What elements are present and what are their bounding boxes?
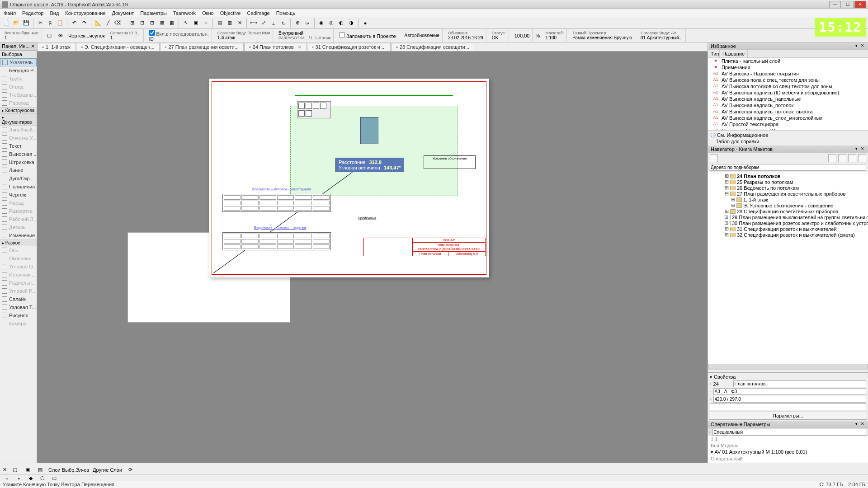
link-icon[interactable]: ⊕ (293, 19, 302, 28)
tool-рабочийл[interactable]: Рабочий Л... (0, 215, 37, 223)
rotate-icon[interactable] (306, 103, 312, 109)
favorite-item[interactable]: A1AV Выносная надпись_слои_многослойных (708, 115, 868, 121)
menu-файл[interactable]: Файл (4, 10, 16, 16)
opparam-item[interactable]: 1:1 (708, 436, 868, 442)
tool-дугаокр[interactable]: Дуга/Окр... (0, 174, 37, 183)
qb-icon-3[interactable]: ▤ (36, 465, 45, 474)
mirror-icon[interactable] (313, 103, 319, 109)
seq-checkbox[interactable] (149, 30, 155, 36)
tool-отметкау[interactable]: Отметка У... (0, 134, 37, 142)
tool-выносная[interactable]: Выносная ... (0, 150, 37, 158)
tool-линия[interactable]: Линия (0, 166, 37, 174)
copy-icon[interactable]: ⎘ (46, 19, 55, 28)
tool-окончани[interactable]: Окончани... (0, 254, 37, 263)
stretch-icon[interactable] (320, 103, 326, 109)
tool-отвод[interactable]: Отвод (0, 83, 37, 91)
favorite-item[interactable]: ■Плитка - напольный слой (708, 58, 868, 64)
tool-указатель[interactable]: Указатель (0, 58, 37, 66)
favorite-item[interactable]: A1AV Выноска потолков со спец текстом дл… (708, 83, 868, 89)
snap3-icon[interactable]: ⊟ (147, 19, 156, 28)
nav-home-icon[interactable] (828, 154, 836, 162)
tool-бегущаяр[interactable]: Бегущая Р... (0, 66, 37, 75)
trace2-icon[interactable]: ▥ (225, 19, 234, 28)
tree-item[interactable]: ⊞Э. Условные обозначения - освещение (709, 202, 867, 208)
op-close-icon[interactable]: ✕ (860, 422, 865, 427)
legend-box[interactable]: Условные обозначения (424, 155, 476, 169)
render3-icon[interactable]: ◐ (337, 19, 346, 28)
navigator-header[interactable]: Навигатор - Книга Макетов▾✕ (708, 145, 868, 153)
close-button[interactable]: ✕ (854, 1, 866, 8)
tree-item[interactable]: ⊞28 Спецификация осветительных приборов (709, 208, 867, 214)
tab[interactable]: ▫31 Спецификация розеток и ... (307, 43, 391, 51)
qb-close-icon[interactable]: ✕ (3, 467, 7, 473)
fav-menu-icon[interactable]: ▾ (854, 43, 859, 49)
schedule-link-2[interactable]: Ведомость - потолок – отделка (254, 225, 306, 230)
menu-objective[interactable]: Objective (220, 10, 241, 16)
menu-конструирование[interactable]: Конструирование (65, 10, 105, 16)
dim3-icon[interactable]: ⟂ (269, 19, 278, 28)
tool-group[interactable]: ▸ Документиров (0, 114, 37, 126)
qb-refresh-icon[interactable]: ⟳ (126, 465, 135, 474)
render2-icon[interactable]: ◎ (327, 19, 336, 28)
opparam-item[interactable]: Специальный (708, 455, 868, 462)
redo-icon[interactable]: ↷ (80, 19, 89, 28)
parameters-button[interactable]: Параметры... (709, 412, 867, 420)
nav-close-icon[interactable]: ✕ (860, 146, 865, 152)
tool-радиальн[interactable]: Радиальн... (0, 279, 37, 287)
erase-icon[interactable]: ⌫ (113, 19, 123, 28)
menu-teamwork[interactable]: Teamwork (173, 10, 196, 16)
room-element[interactable] (360, 117, 378, 144)
tree-item[interactable]: ⊞24 План потолков (709, 173, 867, 179)
grid-icon[interactable]: ▦ (167, 19, 176, 28)
tool-труба[interactable]: Труба (0, 75, 37, 83)
render1-icon[interactable]: ◉ (317, 19, 326, 28)
chain-icon[interactable]: ∞ (303, 19, 312, 28)
opparam-item[interactable]: Вся Модель (708, 442, 868, 449)
tree-item[interactable]: ⊞1. 1-й этаж (709, 197, 867, 202)
dim4-icon[interactable]: ⊾ (279, 19, 288, 28)
tab[interactable]: ▫24 План потолков✕ (244, 43, 307, 51)
tool-фасад[interactable]: Фасад (0, 199, 37, 207)
navigator-tree[interactable]: ⊞24 План потолков⊞25 Разрезы по потолкам… (708, 172, 868, 364)
tool-чертеж[interactable]: Чертеж (0, 191, 37, 199)
tree-item[interactable]: ⊞29 План размещения выключателей на груп… (709, 214, 867, 220)
menu-редактор[interactable]: Редактор (22, 10, 43, 16)
trace-x-icon[interactable]: ✕ (235, 19, 244, 28)
op-menu-icon[interactable]: ▾ (854, 422, 859, 427)
plus-icon[interactable]: ＋ (201, 19, 210, 28)
dim1-icon[interactable]: ⟷ (249, 19, 258, 28)
favorite-item[interactable]: A1AV Простой текст/цифра (708, 121, 868, 127)
save-icon[interactable]: 💾 (22, 19, 31, 28)
title-block[interactable]: ООТ-АР план потолков РАЗРАБОТКА И ДИЗАЙН… (363, 238, 486, 274)
qb-icon-2[interactable]: ▣ (23, 465, 32, 474)
favorite-item[interactable]: A1AV Выноска пола с спец текстом для зон… (708, 77, 868, 83)
snap4-icon[interactable]: ⊠ (157, 19, 166, 28)
canvas[interactable]: Расстояние312,9 Угловая величина143,47° … (37, 52, 708, 467)
tool-рисунок[interactable]: Рисунок (0, 311, 37, 319)
tool-угловоео[interactable]: Угловое О... (0, 263, 37, 271)
size-input[interactable] (713, 396, 866, 403)
dim2-icon[interactable]: ⤢ (259, 19, 268, 28)
menu-окно[interactable]: Окно (202, 10, 214, 16)
favorites-header[interactable]: Избранное▾✕ (708, 42, 868, 50)
menu-cadimage[interactable]: Cadimage (247, 10, 269, 16)
nav-hscrollbar[interactable] (708, 364, 868, 369)
nav-folder-icon[interactable] (838, 154, 846, 162)
drawing-tool-icon[interactable]: ▢ (45, 31, 54, 40)
tool-полилиния[interactable]: Полилиния (0, 183, 37, 191)
move-icon[interactable] (298, 103, 305, 109)
schedule-table-1[interactable] (222, 194, 331, 212)
maximize-button[interactable]: ☐ (842, 1, 854, 8)
pointer-icon[interactable]: ↖ (181, 19, 190, 28)
measure-icon[interactable]: 📐 (94, 19, 103, 28)
opparam-item[interactable]: ▾ AV 01 Архитектурный M 1:100 (все 0,01) (708, 449, 868, 455)
minimize-button[interactable]: — (829, 1, 841, 8)
format-select[interactable] (713, 388, 866, 395)
tool-деталь[interactable]: Деталь (0, 223, 37, 231)
trace-icon[interactable]: ▤ (215, 19, 224, 28)
line-icon[interactable]: ╱ (104, 19, 113, 28)
custom-input[interactable] (710, 404, 866, 410)
menu-вид[interactable]: Вид (50, 10, 59, 16)
tab[interactable]: ▫1. 1-й этаж (37, 43, 75, 51)
menu-помощь[interactable]: Помощь (276, 10, 296, 16)
